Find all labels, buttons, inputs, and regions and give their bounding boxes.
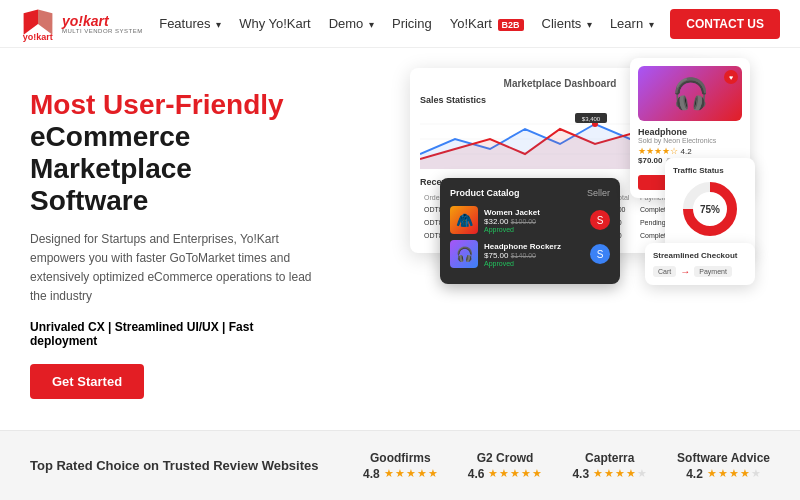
capterra-rating-row: 4.3 ★ ★ ★ ★ ★ bbox=[572, 467, 647, 481]
headphone-badge: ♥ bbox=[724, 70, 738, 84]
star-icon: ★ bbox=[615, 467, 625, 480]
product-status: Approved bbox=[484, 226, 584, 233]
g2crowd-label: G2 Crowd bbox=[477, 451, 534, 465]
star-icon: ★ bbox=[417, 467, 427, 480]
svg-marker-0 bbox=[24, 9, 38, 34]
nav-yokartb2b[interactable]: Yo!Kart B2B bbox=[450, 16, 524, 31]
main-content: Most User-Friendly eCommerce Marketplace… bbox=[0, 48, 800, 430]
star-empty-icon: ★ bbox=[637, 467, 647, 480]
g2crowd-rating-row: 4.6 ★ ★ ★ ★ ★ bbox=[468, 467, 543, 481]
checkout-step-cart: Cart bbox=[653, 266, 676, 277]
nav-clients[interactable]: Clients ▾ bbox=[542, 16, 592, 31]
product-thumb: 🎧 bbox=[450, 240, 478, 268]
nav-demo[interactable]: Demo ▾ bbox=[329, 16, 374, 31]
product-status: Approved bbox=[484, 260, 584, 267]
rating-g2crowd: G2 Crowd 4.6 ★ ★ ★ ★ ★ bbox=[468, 451, 543, 481]
software-advice-stars: ★ ★ ★ ★ ★ bbox=[707, 467, 761, 480]
product-price: $75.00 $140.00 bbox=[484, 251, 584, 260]
seller-icon: S bbox=[590, 244, 610, 264]
star-empty-icon: ★ bbox=[751, 467, 761, 480]
checkout-step-payment: Payment bbox=[694, 266, 732, 277]
star-icon: ★ bbox=[718, 467, 728, 480]
star-icon: ★ bbox=[384, 467, 394, 480]
nav-links: Features ▾ Why Yo!Kart Demo ▾ Pricing Yo… bbox=[159, 16, 654, 31]
capterra-score: 4.3 bbox=[572, 467, 589, 481]
rating-items: Goodfirms 4.8 ★ ★ ★ ★ ★ G2 Crowd 4.6 ★ ★ bbox=[363, 451, 770, 481]
ratings-bar: Top Rated Choice on Trusted Review Websi… bbox=[0, 430, 800, 500]
seller-col-label: Seller bbox=[587, 188, 610, 198]
goodfirms-rating-row: 4.8 ★ ★ ★ ★ ★ bbox=[363, 467, 438, 481]
star-half-icon: ★ bbox=[428, 467, 438, 480]
star-icon: ★ bbox=[406, 467, 416, 480]
svg-text:$3,400: $3,400 bbox=[582, 116, 601, 122]
star-icon: ★ bbox=[707, 467, 717, 480]
donut-chart-svg: 75% bbox=[680, 179, 740, 239]
star-icon: ★ bbox=[510, 467, 520, 480]
list-item: 🎧 Headphone Rockerz $75.00 $140.00 Appro… bbox=[450, 240, 610, 268]
checkout-title: Streamlined Checkout bbox=[653, 251, 747, 260]
traffic-title: Traffic Status bbox=[673, 166, 747, 175]
product-panel-header: Product Catalog Seller bbox=[450, 188, 610, 198]
software-advice-label: Software Advice bbox=[677, 451, 770, 465]
software-advice-rating-row: 4.2 ★ ★ ★ ★ ★ bbox=[686, 467, 761, 481]
headphone-stars: ★★★★☆ 4.2 bbox=[638, 146, 742, 156]
star-icon: ★ bbox=[488, 467, 498, 480]
nav-learn[interactable]: Learn ▾ bbox=[610, 16, 654, 31]
checkout-panel: Streamlined Checkout Cart → Payment bbox=[645, 243, 755, 285]
hero-title-red: Most User-Friendly bbox=[30, 89, 320, 121]
product-catalog-title: Product Catalog bbox=[450, 188, 520, 198]
navbar: yo!kart yo!kart MULTI VENDOR SYSTEM Feat… bbox=[0, 0, 800, 48]
star-icon: ★ bbox=[395, 467, 405, 480]
seller-icon: S bbox=[590, 210, 610, 230]
hero-dashboard: Marketplace Dashboard Sales Statistics bbox=[340, 48, 800, 430]
svg-marker-1 bbox=[38, 9, 52, 34]
product-info: Women Jacket $32.00 $100.00 Approved bbox=[484, 208, 584, 233]
goodfirms-stars: ★ ★ ★ ★ ★ bbox=[384, 467, 438, 480]
traffic-donut: 75% bbox=[673, 179, 747, 239]
rating-goodfirms: Goodfirms 4.8 ★ ★ ★ ★ ★ bbox=[363, 451, 438, 481]
star-icon: ★ bbox=[521, 467, 531, 480]
g2crowd-stars: ★ ★ ★ ★ ★ bbox=[488, 467, 542, 480]
hero-title-black1: eCommerce Marketplace bbox=[30, 121, 320, 185]
g2crowd-score: 4.6 bbox=[468, 467, 485, 481]
capterra-stars: ★ ★ ★ ★ ★ bbox=[593, 467, 647, 480]
rating-capterra: Capterra 4.3 ★ ★ ★ ★ ★ bbox=[572, 451, 647, 481]
svg-text:75%: 75% bbox=[700, 204, 720, 215]
goodfirms-score: 4.8 bbox=[363, 467, 380, 481]
product-info: Headphone Rockerz $75.00 $140.00 Approve… bbox=[484, 242, 584, 267]
product-catalog-panel: Product Catalog Seller 🧥 Women Jacket $3… bbox=[440, 178, 620, 284]
nav-whyyokart[interactable]: Why Yo!Kart bbox=[239, 16, 311, 31]
goodfirms-label: Goodfirms bbox=[370, 451, 431, 465]
product-name: Headphone Rockerz bbox=[484, 242, 584, 251]
list-item: 🧥 Women Jacket $32.00 $100.00 Approved S bbox=[450, 206, 610, 234]
get-started-button[interactable]: Get Started bbox=[30, 364, 144, 399]
headphone-price: $70.00 bbox=[638, 156, 662, 165]
software-advice-score: 4.2 bbox=[686, 467, 703, 481]
hero-description: Designed for Startups and Enterprises, Y… bbox=[30, 230, 320, 307]
headphone-title: Headphone bbox=[638, 127, 742, 137]
logo[interactable]: yo!kart yo!kart MULTI VENDOR SYSTEM bbox=[20, 6, 143, 42]
star-icon: ★ bbox=[740, 467, 750, 480]
star-half-icon: ★ bbox=[532, 467, 542, 480]
star-icon: ★ bbox=[499, 467, 509, 480]
product-price: $32.00 $100.00 bbox=[484, 217, 584, 226]
product-name: Women Jacket bbox=[484, 208, 584, 217]
nav-features[interactable]: Features ▾ bbox=[159, 16, 221, 31]
logo-icon: yo!kart bbox=[20, 6, 56, 42]
star-icon: ★ bbox=[729, 467, 739, 480]
headphone-seller: Sold by Neon Electronics bbox=[638, 137, 742, 144]
contact-us-button[interactable]: CONTACT US bbox=[670, 9, 780, 39]
ratings-tagline: Top Rated Choice on Trusted Review Websi… bbox=[30, 458, 363, 473]
star-icon: ★ bbox=[626, 467, 636, 480]
rating-software-advice: Software Advice 4.2 ★ ★ ★ ★ ★ bbox=[677, 451, 770, 481]
product-thumb: 🧥 bbox=[450, 206, 478, 234]
hero-features: Unrivaled CX | Streamlined UI/UX | Fast … bbox=[30, 320, 320, 348]
hero-title-black2: Software bbox=[30, 185, 320, 217]
checkout-flow: Cart → Payment bbox=[653, 266, 747, 277]
star-icon: ★ bbox=[604, 467, 614, 480]
star-icon: ★ bbox=[593, 467, 603, 480]
capterra-label: Capterra bbox=[585, 451, 634, 465]
checkout-arrow-icon: → bbox=[680, 266, 690, 277]
headphone-image-area: 🎧 ♥ bbox=[638, 66, 742, 121]
nav-pricing[interactable]: Pricing bbox=[392, 16, 432, 31]
